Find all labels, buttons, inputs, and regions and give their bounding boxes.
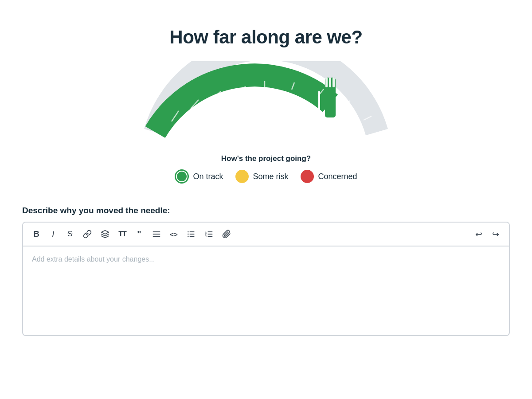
- editor-body[interactable]: Add extra details about your changes...: [23, 246, 509, 335]
- svg-rect-12: [325, 78, 328, 87]
- strikethrough-button[interactable]: S: [63, 227, 77, 241]
- editor-toolbar: B I S TT ": [23, 223, 509, 246]
- svg-line-8: [343, 101, 350, 106]
- describe-label: Describe why you moved the needle:: [22, 206, 510, 215]
- svg-point-22: [188, 234, 189, 235]
- bold-button[interactable]: B: [29, 227, 43, 241]
- status-options: On track Some risk Concerned: [175, 169, 357, 184]
- highlight-button[interactable]: [98, 227, 113, 241]
- attachment-button[interactable]: [219, 227, 234, 241]
- on-track-label: On track: [193, 172, 223, 181]
- project-status-question: How's the project going?: [175, 154, 357, 163]
- concerned-dot: [301, 170, 314, 183]
- link-button[interactable]: [80, 227, 95, 241]
- editor-placeholder: Add extra details about your changes...: [32, 255, 155, 263]
- project-status-section: How's the project going? On track Some r…: [175, 154, 357, 184]
- on-track-dot: [175, 169, 189, 184]
- redo-button[interactable]: ↪: [489, 227, 503, 241]
- describe-section: Describe why you moved the needle: B I S…: [22, 206, 510, 336]
- some-risk-label: Some risk: [253, 172, 288, 181]
- status-option-on-track[interactable]: On track: [175, 169, 223, 184]
- font-size-button[interactable]: TT: [115, 227, 129, 241]
- ordered-list-button[interactable]: 1 2 3: [201, 227, 216, 241]
- code-button[interactable]: <>: [167, 227, 181, 241]
- svg-text:3: 3: [205, 235, 207, 238]
- status-option-concerned[interactable]: Concerned: [301, 170, 357, 183]
- svg-point-23: [188, 236, 189, 237]
- concerned-label: Concerned: [318, 172, 357, 181]
- italic-button[interactable]: I: [46, 227, 60, 241]
- editor-container: B I S TT ": [22, 222, 510, 336]
- align-button[interactable]: [149, 227, 164, 241]
- undo-button[interactable]: ↩: [472, 227, 486, 241]
- status-option-some-risk[interactable]: Some risk: [235, 170, 288, 183]
- bullet-list-button[interactable]: [184, 227, 199, 241]
- svg-rect-13: [329, 78, 331, 87]
- page-title: How far along are we?: [169, 27, 362, 48]
- quote-button[interactable]: ": [132, 227, 146, 241]
- gauge: [129, 61, 403, 141]
- svg-rect-14: [332, 78, 335, 87]
- svg-point-21: [188, 231, 189, 233]
- some-risk-dot: [235, 170, 249, 183]
